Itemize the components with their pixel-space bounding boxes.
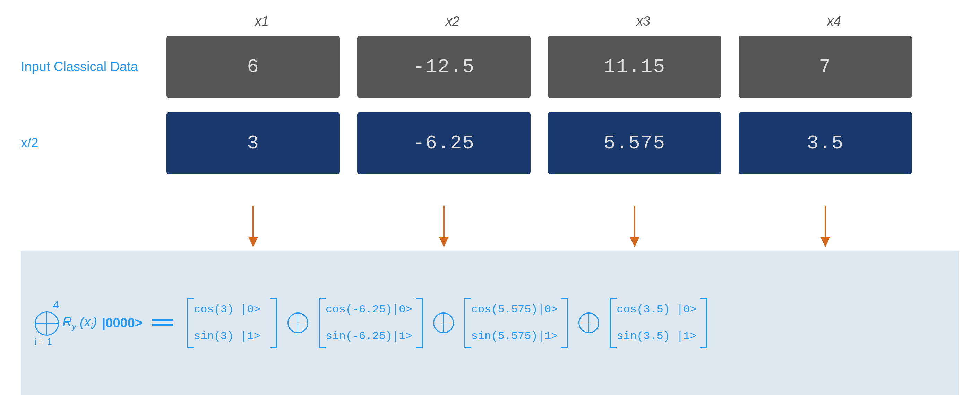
tensor-x-1 <box>288 312 308 333</box>
tensor-count: 4 <box>53 299 59 311</box>
state-bracket-4: cos(3.5) |0> sin(3.5) |1> <box>609 298 707 348</box>
arrow-svg-3 <box>624 202 645 247</box>
state-top-1: cos(3) |0> <box>194 303 261 316</box>
equals-line-2 <box>152 324 173 327</box>
col-label-x3: x3 <box>548 14 739 29</box>
column-labels-row: x1 x2 x3 x4 <box>167 14 959 29</box>
arrow-col-3 <box>548 202 721 251</box>
arrow-svg-1 <box>243 202 264 247</box>
arrow-svg-4 <box>815 202 836 247</box>
state-top-2: cos(-6.25)|0> <box>326 303 412 316</box>
tensor-x-2 <box>433 312 454 333</box>
data-box-x1-raw: 6 <box>167 36 340 98</box>
data-box-x2-half: -6.25 <box>357 112 531 174</box>
arrow-col-4 <box>739 202 912 251</box>
bracket-right-2 <box>416 298 423 348</box>
ket-text: |0000> <box>102 315 143 330</box>
data-boxes-row1: 6 -12.5 11.15 7 <box>167 36 912 98</box>
data-box-x2-raw: -12.5 <box>357 36 531 98</box>
bracket-left-4 <box>609 298 617 348</box>
bracket-left-3 <box>465 298 471 348</box>
data-box-x4-raw: 7 <box>739 36 912 98</box>
svg-marker-1 <box>248 237 258 247</box>
arrows-section <box>167 202 959 251</box>
state-bracket-3: cos(5.575)|0> sin(5.575)|1> <box>465 298 568 348</box>
data-boxes-row2: 3 -6.25 5.575 3.5 <box>167 112 912 174</box>
svg-marker-5 <box>630 237 640 247</box>
state-bottom-4: sin(3.5) |1> <box>617 330 696 342</box>
state-top-4: cos(3.5) |0> <box>617 303 696 316</box>
main-container: x1 x2 x3 x4 Input Classical Data 6 -12.5… <box>0 0 980 395</box>
tensor-subscript: i = 1 <box>35 336 52 347</box>
svg-marker-3 <box>439 237 449 247</box>
row-half: x/2 3 -6.25 5.575 3.5 <box>21 112 959 174</box>
data-box-x3-half: 5.575 <box>548 112 721 174</box>
bracket-right-3 <box>561 298 568 348</box>
tensor-superscript: 4 i = 1 <box>35 299 59 347</box>
data-box-x3-raw: 11.15 <box>548 36 721 98</box>
svg-marker-7 <box>821 237 830 247</box>
top-section: x1 x2 x3 x4 Input Classical Data 6 -12.5… <box>21 14 959 188</box>
bracket-left-2 <box>319 298 326 348</box>
row-label-input: Input Classical Data <box>21 58 167 75</box>
data-box-x1-half: 3 <box>167 112 340 174</box>
arrow-svg-2 <box>430 202 458 247</box>
tensor-x-3 <box>578 312 599 333</box>
arrow-col-1 <box>167 202 340 251</box>
quantum-section: 4 i = 1 Ry (xi) |0000> cos(3) |0> sin(3)… <box>21 251 959 395</box>
state-bottom-3: sin(5.575)|1> <box>471 330 558 342</box>
state-bracket-2: cos(-6.25)|0> sin(-6.25)|1> <box>319 298 423 348</box>
bracket-right-1 <box>270 298 277 348</box>
state-top-3: cos(5.575)|0> <box>471 303 558 316</box>
row-input-classical: Input Classical Data 6 -12.5 11.15 7 <box>21 36 959 98</box>
bracket-left-1 <box>187 298 194 348</box>
quantum-left-formula: 4 i = 1 Ry (xi) |0000> <box>35 299 180 347</box>
data-box-x4-half: 3.5 <box>739 112 912 174</box>
col-label-x2: x2 <box>357 14 548 29</box>
ry-text: Ry (xi) <box>62 315 97 331</box>
tensor-circle-main <box>35 311 59 336</box>
state-bottom-2: sin(-6.25)|1> <box>326 330 412 342</box>
row-label-half: x/2 <box>21 135 167 151</box>
state-bracket-1: cos(3) |0> sin(3) |1> <box>187 298 277 348</box>
bracket-right-4 <box>700 298 707 348</box>
state-bottom-1: sin(3) |1> <box>194 330 261 342</box>
arrow-col-2 <box>357 202 531 251</box>
equals-line-1 <box>152 319 173 322</box>
equals-symbol <box>152 319 173 327</box>
col-label-x4: x4 <box>739 14 929 29</box>
quantum-states-list: cos(3) |0> sin(3) |1> cos(-6.25)|0> sin(… <box>187 298 707 348</box>
col-label-x1: x1 <box>167 14 357 29</box>
